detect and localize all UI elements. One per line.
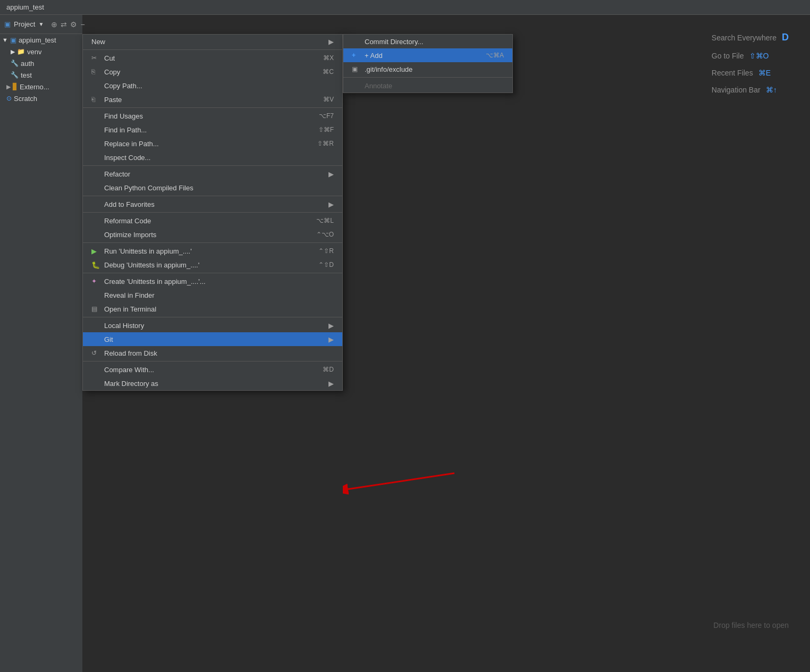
run-icon: ▶ bbox=[91, 247, 102, 255]
optimize-shortcut: ⌃⌥O bbox=[316, 231, 334, 238]
toolbar-icon-crosshair[interactable]: ⊕ bbox=[51, 20, 57, 29]
cut-shortcut: ⌘X bbox=[323, 54, 334, 62]
add-icon: + bbox=[352, 52, 362, 59]
tree-item-appium-test[interactable]: ▼ ▣ appium_test bbox=[0, 34, 82, 46]
menu-item-reformat-label: Reformat Code bbox=[104, 217, 151, 225]
hint-search-label: Search Everywhere bbox=[712, 33, 777, 42]
local-history-arrow: ▶ bbox=[328, 322, 334, 330]
hint-goto-label: Go to File bbox=[712, 52, 744, 60]
run-shortcut: ⌃⇧R bbox=[318, 247, 334, 255]
menu-item-find-usages[interactable]: Find Usages ⌥F7 bbox=[83, 109, 342, 123]
menu-item-replace-in-path[interactable]: Replace in Path... ⇧⌘R bbox=[83, 137, 342, 150]
find-in-path-shortcut: ⇧⌘F bbox=[318, 126, 334, 133]
menu-item-new[interactable]: New ▶ bbox=[83, 35, 342, 48]
menu-item-find-usages-label: Find Usages bbox=[104, 112, 143, 120]
hint-nav-key: ⌘↑ bbox=[766, 86, 777, 94]
submenu-divider-1 bbox=[343, 77, 512, 78]
hint-recent-files: Recent Files ⌘E bbox=[712, 69, 789, 77]
reformat-shortcut: ⌥⌘L bbox=[316, 217, 334, 224]
tree-item-test[interactable]: 🔧 test bbox=[0, 69, 82, 81]
submenu-git-exclude[interactable]: ▣ .git/info/exclude bbox=[343, 62, 512, 76]
hint-search-everywhere: Search Everywhere D bbox=[712, 32, 789, 43]
menu-item-refactor[interactable]: Refactor ▶ bbox=[83, 167, 342, 181]
project-panel-label: Project bbox=[14, 20, 35, 28]
submenu-annotate-label: Annotate bbox=[365, 82, 392, 90]
menu-item-new-arrow: ▶ bbox=[328, 38, 334, 46]
menu-item-reload-label: Reload from Disk bbox=[104, 349, 157, 357]
submenu-git-exclude-label: .git/info/exclude bbox=[365, 65, 412, 73]
submenu-add-shortcut: ⌥⌘A bbox=[486, 52, 504, 59]
favorites-arrow: ▶ bbox=[328, 200, 334, 208]
tree-item-venv[interactable]: ▶ 📁 venv bbox=[0, 46, 82, 57]
reload-icon: ↺ bbox=[91, 349, 102, 357]
project-panel-icon: ▣ bbox=[4, 20, 11, 28]
project-panel-arrow: ▼ bbox=[38, 21, 44, 27]
menu-item-copy[interactable]: ⎘ Copy ⌘C bbox=[83, 65, 342, 79]
menu-item-local-history[interactable]: Local History ▶ bbox=[83, 318, 342, 332]
menu-item-find-in-path[interactable]: Find in Path... ⇧⌘F bbox=[83, 123, 342, 137]
menu-item-local-history-label: Local History bbox=[104, 322, 144, 330]
menu-item-compare[interactable]: Compare With... ⌘D bbox=[83, 363, 342, 376]
svg-line-1 bbox=[348, 473, 454, 489]
toolbar-icon-gear[interactable]: ⚙ bbox=[70, 20, 77, 29]
compare-shortcut: ⌘D bbox=[323, 366, 334, 373]
drop-zone-label: Drop files here to open bbox=[713, 621, 789, 629]
hint-goto-key: ⇧⌘O bbox=[749, 52, 769, 60]
menu-item-add-favorites[interactable]: Add to Favorites ▶ bbox=[83, 197, 342, 211]
menu-item-inspect-code[interactable]: Inspect Code... bbox=[83, 150, 342, 164]
drop-zone-text: Drop files here to open bbox=[713, 621, 789, 629]
git-submenu: Commit Directory... + + Add ⌥⌘A ▣ .git/i… bbox=[343, 34, 513, 93]
menu-item-new-label: New bbox=[91, 38, 105, 46]
menu-divider-6 bbox=[83, 242, 342, 243]
menu-item-find-in-path-label: Find in Path... bbox=[104, 126, 147, 134]
menu-item-paste[interactable]: ⎗ Paste ⌘V bbox=[83, 93, 342, 106]
submenu-annotate[interactable]: Annotate bbox=[343, 79, 512, 93]
hint-navigation-bar: Navigation Bar ⌘↑ bbox=[712, 86, 789, 94]
menu-item-mark-dir-label: Mark Directory as bbox=[104, 380, 158, 388]
replace-in-path-shortcut: ⇧⌘R bbox=[317, 140, 334, 147]
git-exclude-icon: ▣ bbox=[352, 65, 362, 73]
menu-item-run[interactable]: ▶ Run 'Unittests in appium_....' ⌃⇧R bbox=[83, 244, 342, 258]
menu-item-copy-path[interactable]: Copy Path... bbox=[83, 79, 342, 93]
menu-item-clean-python[interactable]: Clean Python Compiled Files bbox=[83, 181, 342, 195]
arrow-annotation bbox=[343, 463, 460, 517]
menu-divider-8 bbox=[83, 317, 342, 317]
git-arrow: ▶ bbox=[328, 335, 334, 343]
debug-shortcut: ⌃⇧D bbox=[318, 261, 334, 268]
menu-item-open-terminal[interactable]: ▤ Open in Terminal bbox=[83, 302, 342, 316]
menu-divider-3 bbox=[83, 165, 342, 166]
hints-panel: Search Everywhere D Go to File ⇧⌘O Recen… bbox=[712, 32, 789, 94]
menu-item-reload[interactable]: ↺ Reload from Disk bbox=[83, 346, 342, 360]
tree-item-scratch[interactable]: ⊙ Scratch bbox=[0, 93, 82, 104]
menu-item-create[interactable]: ✦ Create 'Unittests in appium_....'... bbox=[83, 274, 342, 288]
submenu-commit-dir[interactable]: Commit Directory... bbox=[343, 35, 512, 48]
project-tree: ▼ ▣ appium_test ▶ 📁 venv 🔧 auth 🔧 test ▶… bbox=[0, 34, 82, 672]
toolbar-icon-scroll[interactable]: ⇄ bbox=[61, 20, 67, 29]
menu-item-create-label: Create 'Unittests in appium_....'... bbox=[104, 278, 206, 285]
tree-item-external[interactable]: ▶ ▊ Externo... bbox=[0, 81, 82, 93]
menu-item-mark-dir[interactable]: Mark Directory as ▶ bbox=[83, 376, 342, 390]
hint-nav-label: Navigation Bar bbox=[712, 86, 761, 94]
menu-item-reveal[interactable]: Reveal in Finder bbox=[83, 288, 342, 302]
menu-divider-2 bbox=[83, 107, 342, 108]
menu-item-add-favorites-label: Add to Favorites bbox=[104, 200, 155, 208]
menu-item-run-label: Run 'Unittests in appium_....' bbox=[104, 247, 192, 255]
menu-item-copy-label: Copy bbox=[104, 68, 120, 76]
paste-shortcut: ⌘V bbox=[323, 96, 334, 103]
menu-item-debug[interactable]: 🐛 Debug 'Unittests in appium_....' ⌃⇧D bbox=[83, 258, 342, 272]
submenu-add[interactable]: + + Add ⌥⌘A bbox=[343, 48, 512, 62]
menu-item-git[interactable]: Git ▶ bbox=[83, 332, 342, 346]
menu-item-cut[interactable]: ✂ Cut ⌘X bbox=[83, 51, 342, 65]
menu-item-inspect-code-label: Inspect Code... bbox=[104, 154, 150, 162]
menu-divider-5 bbox=[83, 212, 342, 213]
menu-item-copy-path-label: Copy Path... bbox=[104, 82, 142, 90]
menu-item-optimize[interactable]: Optimize Imports ⌃⌥O bbox=[83, 228, 342, 241]
tree-item-auth[interactable]: 🔧 auth bbox=[0, 57, 82, 69]
hint-search-key: D bbox=[782, 32, 789, 43]
refactor-arrow: ▶ bbox=[328, 170, 334, 178]
title-bar: appium_test bbox=[0, 0, 810, 15]
menu-item-reformat[interactable]: Reformat Code ⌥⌘L bbox=[83, 214, 342, 228]
cut-icon: ✂ bbox=[91, 54, 102, 62]
toolbar-icon-minus[interactable]: − bbox=[80, 20, 85, 29]
app-title: appium_test bbox=[6, 3, 44, 11]
